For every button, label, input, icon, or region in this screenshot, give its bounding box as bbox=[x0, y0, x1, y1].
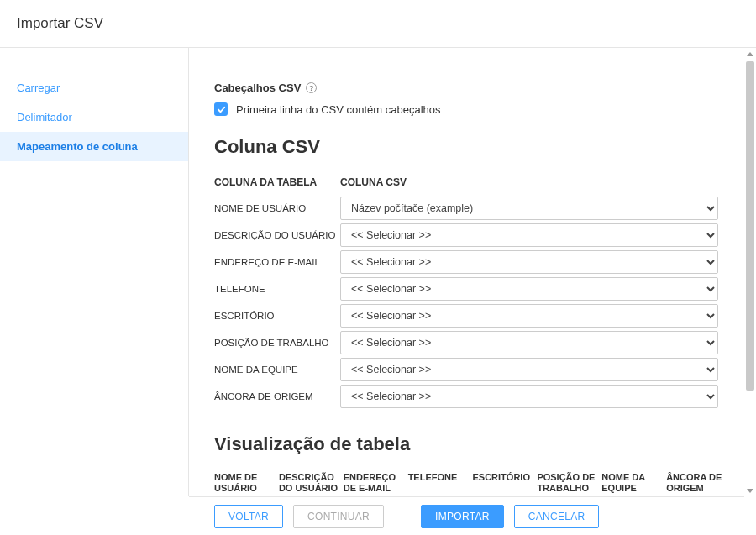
csv-headers-checkbox-label: Primeira linha do CSV contém cabeçalhos bbox=[236, 103, 441, 116]
mapping-label: DESCRIÇÃO DO USUÁRIO bbox=[214, 230, 340, 240]
mapping-header-csv-col: COLUNA CSV bbox=[340, 176, 407, 188]
preview-col: NOME DA EQUIPE bbox=[601, 470, 666, 496]
import-button[interactable]: IMPORTAR bbox=[421, 505, 504, 528]
preview-heading: Visualização de tabela bbox=[214, 433, 731, 455]
preview-col: DESCRIÇÃO DO USUÁRIO bbox=[279, 470, 344, 496]
mapping-select-equipe[interactable]: << Selecionar >> bbox=[340, 358, 718, 381]
coluna-csv-heading: Coluna CSV bbox=[214, 136, 731, 158]
mapping-row-email: ENDEREÇO DE E-MAIL << Selecionar >> bbox=[214, 250, 718, 274]
scrollbar[interactable] bbox=[744, 49, 756, 496]
body: Carregar Delimitador Mapeamento de colun… bbox=[0, 48, 756, 496]
csv-headers-checkbox[interactable] bbox=[214, 102, 228, 116]
mapping-row-ancora: ÂNCORA DE ORIGEM << Selecionar >> bbox=[214, 385, 718, 408]
preview-col: ÂNCORA DE ORIGEM bbox=[666, 470, 731, 496]
mapping-label: NOME DE USUÁRIO bbox=[214, 203, 340, 213]
mapping-header-row: COLUNA DA TABELA COLUNA CSV bbox=[214, 176, 718, 188]
sidebar: Carregar Delimitador Mapeamento de colun… bbox=[0, 48, 189, 496]
back-button[interactable]: VOLTAR bbox=[214, 505, 283, 528]
preview-table-header: NOME DE USUÁRIO DESCRIÇÃO DO USUÁRIO END… bbox=[214, 470, 731, 496]
mapping-select-telefone[interactable]: << Selecionar >> bbox=[340, 277, 718, 301]
mapping-select-ancora[interactable]: << Selecionar >> bbox=[340, 385, 718, 408]
mapping-label: ENDEREÇO DE E-MAIL bbox=[214, 257, 340, 267]
mapping-table: COLUNA DA TABELA COLUNA CSV NOME DE USUÁ… bbox=[214, 176, 718, 408]
scrollbar-thumb[interactable] bbox=[746, 61, 754, 391]
mapping-label: ESCRITÓRIO bbox=[214, 311, 340, 321]
sidebar-item-carregar[interactable]: Carregar bbox=[0, 73, 188, 102]
mapping-select-nome-usuario[interactable]: Název počítače (example) bbox=[340, 197, 718, 220]
sidebar-item-delimitador[interactable]: Delimitador bbox=[0, 102, 188, 132]
preview-col: TELEFONE bbox=[408, 470, 473, 496]
mapping-select-posicao[interactable]: << Selecionar >> bbox=[340, 331, 718, 354]
scroll-down-icon[interactable] bbox=[747, 489, 753, 493]
preview-col: ENDEREÇO DE E-MAIL bbox=[344, 470, 408, 496]
footer: VOLTAR CONTINUAR IMPORTAR CANCELAR bbox=[189, 496, 744, 535]
mapping-row-escritorio: ESCRITÓRIO << Selecionar >> bbox=[214, 304, 718, 328]
mapping-row-telefone: TELEFONE << Selecionar >> bbox=[214, 277, 718, 301]
mapping-row-descricao: DESCRIÇÃO DO USUÁRIO << Selecionar >> bbox=[214, 223, 718, 247]
csv-headers-checkbox-row: Primeira linha do CSV contém cabeçalhos bbox=[214, 102, 731, 116]
preview-col: POSIÇÃO DE TRABALHO bbox=[537, 470, 601, 496]
check-icon bbox=[217, 105, 226, 114]
mapping-row-equipe: NOME DA EQUIPE << Selecionar >> bbox=[214, 358, 718, 381]
csv-headers-label-text: Cabeçalhos CSV bbox=[214, 81, 301, 94]
sidebar-item-mapeamento[interactable]: Mapeamento de coluna bbox=[0, 132, 188, 161]
mapping-label: TELEFONE bbox=[214, 284, 340, 294]
help-icon[interactable]: ? bbox=[306, 82, 317, 93]
main-panel: Cabeçalhos CSV ? Primeira linha do CSV c… bbox=[189, 48, 756, 496]
csv-headers-label: Cabeçalhos CSV ? bbox=[214, 81, 317, 94]
mapping-label: NOME DA EQUIPE bbox=[214, 365, 340, 375]
mapping-row-posicao: POSIÇÃO DE TRABALHO << Selecionar >> bbox=[214, 331, 718, 354]
mapping-row-nome-usuario: NOME DE USUÁRIO Název počítače (example) bbox=[214, 197, 718, 220]
mapping-label: ÂNCORA DE ORIGEM bbox=[214, 391, 340, 401]
scroll-up-icon[interactable] bbox=[747, 52, 753, 56]
mapping-select-escritorio[interactable]: << Selecionar >> bbox=[340, 304, 718, 328]
continue-button: CONTINUAR bbox=[293, 505, 384, 528]
mapping-select-descricao[interactable]: << Selecionar >> bbox=[340, 223, 718, 247]
cancel-button[interactable]: CANCELAR bbox=[514, 505, 600, 528]
mapping-label: POSIÇÃO DE TRABALHO bbox=[214, 338, 340, 348]
mapping-header-table-col: COLUNA DA TABELA bbox=[214, 176, 340, 188]
mapping-select-email[interactable]: << Selecionar >> bbox=[340, 250, 718, 274]
preview-col: NOME DE USUÁRIO bbox=[214, 470, 279, 496]
page-title: Importar CSV bbox=[0, 0, 756, 48]
preview-col: ESCRITÓRIO bbox=[473, 470, 538, 496]
scrollbar-track[interactable] bbox=[746, 61, 754, 484]
